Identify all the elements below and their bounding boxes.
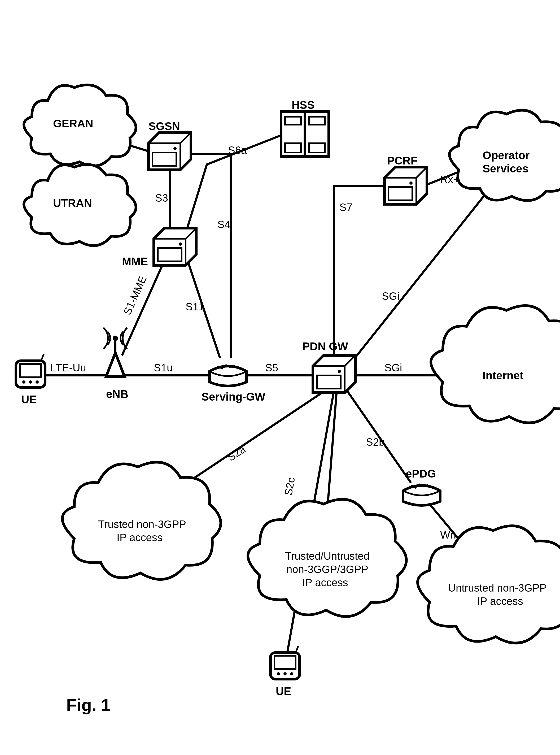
enb-node: eNB [103, 328, 128, 400]
svg-point-62 [277, 672, 280, 675]
operator-services-label-1: Operator [483, 149, 529, 161]
trusted-untrusted-label-2: non-3GGP/3GPP [286, 563, 368, 575]
trusted-non3gpp-label-2: IP access [117, 531, 162, 543]
s7-label: S7 [339, 201, 353, 213]
svg-line-9 [345, 387, 411, 483]
geran-label: GERAN [53, 117, 93, 130]
s2c-label: S2c [282, 477, 297, 497]
sgi-int-label: SGi [384, 362, 402, 373]
figure-label: Fig. 1 [66, 696, 111, 715]
svg-marker-53 [106, 353, 125, 377]
ue-left-label: UE [21, 393, 37, 406]
s5-label: S5 [265, 362, 278, 373]
epdg-node: ePDG [403, 467, 440, 505]
enb-label: eNB [106, 388, 128, 400]
s11-label: S11 [186, 301, 204, 312]
diagram-canvas: GERAN UTRAN Operator Services Internet T… [0, 0, 560, 755]
hss-label: HSS [292, 99, 315, 111]
svg-line-59 [41, 354, 44, 361]
trusted-non3gpp-cloud: Trusted non-3GPP IP access [62, 462, 221, 579]
svg-point-64 [290, 672, 293, 675]
svg-point-58 [36, 381, 39, 384]
mme-label: MME [122, 255, 148, 268]
rx-plus-label: Rx+ [440, 174, 459, 185]
internet-label: Internet [483, 369, 523, 382]
pcrf-label: PCRF [387, 154, 417, 167]
svg-point-56 [22, 381, 25, 384]
svg-point-19 [174, 147, 177, 150]
untrusted-non3gpp-label-1: Untrusted non-3GPP [448, 582, 546, 594]
hss-node: HSS [281, 99, 329, 156]
svg-point-63 [283, 672, 287, 675]
geran-cloud: GERAN [24, 85, 136, 166]
ue-right-label: UE [276, 685, 291, 697]
ue-left-node: UE [16, 354, 45, 406]
svg-point-57 [29, 381, 32, 384]
svg-line-65 [296, 646, 298, 653]
epdg-label: ePDG [406, 467, 436, 480]
utran-label: UTRAN [53, 197, 92, 209]
s2a-label: S2a [225, 443, 248, 463]
s4-label: S4 [217, 218, 231, 230]
trusted-untrusted-label-1: Trusted/Untrusted [285, 550, 369, 562]
sgsn-node: SGSN [148, 120, 191, 170]
svg-point-37 [409, 181, 413, 185]
svg-point-31 [179, 243, 182, 246]
trusted-untrusted-cloud: Trusted/Untrusted non-3GGP/3GPP IP acces… [248, 499, 406, 617]
mme-node: MME [122, 228, 196, 268]
untrusted-non3gpp-cloud: Untrusted non-3GPP IP access [418, 526, 560, 643]
operator-services-cloud: Operator Services [449, 110, 560, 200]
pcrf-node: PCRF [384, 154, 427, 204]
pdn-gw-label: PDN GW [302, 340, 348, 352]
sgsn-label: SGSN [148, 120, 180, 132]
utran-cloud: UTRAN [24, 164, 136, 246]
sgi-op-label: SGi [382, 290, 400, 302]
s2b-label: S2b [366, 436, 385, 448]
s1-mme-label: S1-MME [121, 274, 148, 316]
ue-right-node: UE [271, 646, 300, 697]
untrusted-non3gpp-label-2: IP access [477, 595, 523, 607]
s3-label: S3 [155, 192, 168, 204]
serving-gw-label: Serving-GW [201, 390, 265, 403]
serving-gw-node: Serving-GW [201, 365, 265, 403]
svg-point-43 [338, 370, 341, 373]
lte-uu-label: LTE-Uu [51, 362, 86, 373]
s6a-label: S6a [228, 144, 247, 156]
internet-cloud: Internet [431, 306, 560, 423]
wn-label: Wn [440, 529, 456, 541]
operator-services-label-2: Services [483, 162, 528, 175]
s1u-label: S1u [154, 362, 173, 373]
trusted-non3gpp-label-1: Trusted non-3GPP [98, 518, 186, 530]
pdn-gw-node: PDN GW [302, 340, 355, 393]
trusted-untrusted-label-3: IP access [302, 577, 348, 588]
